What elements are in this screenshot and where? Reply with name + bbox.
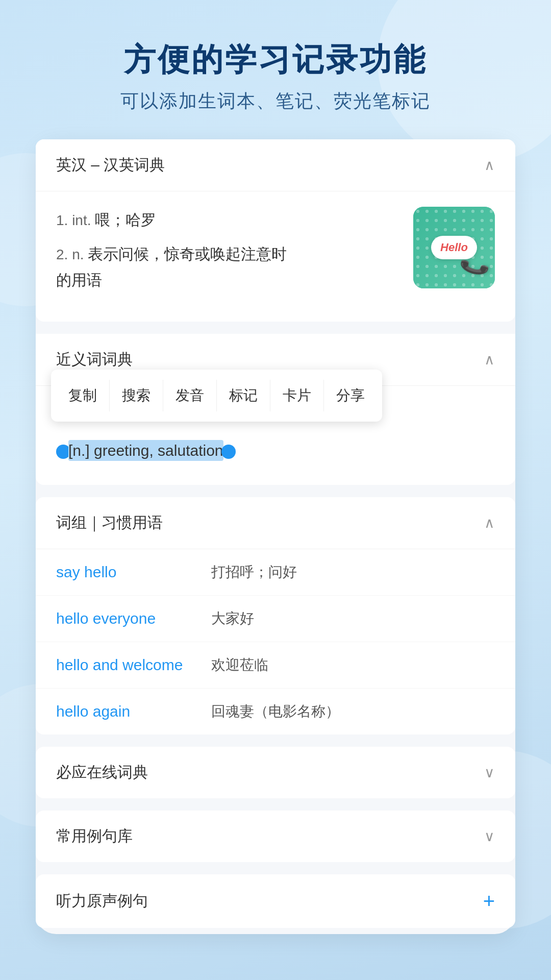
english-chinese-chevron-icon: ∧	[484, 157, 495, 174]
context-menu-search[interactable]: 搜索	[110, 380, 163, 411]
english-chinese-section-header[interactable]: 英汉 – 汉英词典 ∧	[36, 139, 515, 191]
synonym-section-title: 近义词词典	[56, 349, 133, 370]
synonym-highlighted[interactable]: [n.] greeting, salutation	[68, 440, 223, 461]
divider-1	[36, 328, 515, 334]
biying-section-title: 必应在线词典	[56, 762, 148, 783]
phrase-item-2[interactable]: hello everyone 大家好	[36, 596, 515, 642]
def-number-2: 2. n.	[56, 247, 88, 262]
phrase-en-1: say hello	[56, 564, 199, 581]
example-sentences-title: 常用例句库	[56, 826, 133, 847]
synonym-dict-section: 近义词词典 ∧ 复制 搜索 发音 标记 卡片 分享 [n.] greeting,…	[36, 334, 515, 485]
phrase-cn-1: 打招呼；问好	[211, 562, 297, 582]
phrase-item-1[interactable]: say hello 打招呼；问好	[36, 549, 515, 596]
example-sentences-header[interactable]: 常用例句库 ∨	[36, 811, 515, 862]
divider-4	[36, 804, 515, 811]
header-section: 方便的学习记录功能 可以添加生词本、笔记、荧光笔标记	[90, 41, 461, 114]
phrase-en-3: hello and welcome	[56, 656, 199, 674]
dict-def-2: 2. n. 表示问候，惊奇或唤起注意时的用语	[56, 241, 398, 293]
phrase-en-4: hello again	[56, 703, 199, 720]
phrase-item-4[interactable]: hello again 回魂妻（电影名称）	[36, 689, 515, 734]
phrase-en-2: hello everyone	[56, 610, 199, 627]
content-wrapper: 方便的学习记录功能 可以添加生词本、笔记、荧光笔标记 英汉 – 汉英词典 ∧ 1…	[0, 0, 551, 965]
context-menu: 复制 搜索 发音 标记 卡片 分享	[51, 370, 382, 422]
header-title: 方便的学习记录功能	[120, 41, 431, 79]
audio-examples-section: 听力原声例句 +	[36, 874, 515, 928]
text-cursor-right	[221, 445, 236, 459]
audio-examples-header[interactable]: 听力原声例句 +	[36, 874, 515, 928]
context-menu-share[interactable]: 分享	[324, 380, 377, 411]
context-menu-pronounce[interactable]: 发音	[163, 380, 217, 411]
phrase-cn-3: 欢迎莅临	[211, 655, 268, 675]
phrase-item-3[interactable]: hello and welcome 欢迎莅临	[36, 642, 515, 689]
biying-chevron-icon: ∨	[484, 764, 495, 781]
english-chinese-section-title: 英汉 – 汉英词典	[56, 155, 165, 176]
divider-5	[36, 868, 515, 874]
biying-dict-section: 必应在线词典 ∨	[36, 747, 515, 798]
header-subtitle: 可以添加生词本、笔记、荧光笔标记	[120, 89, 431, 114]
english-chinese-dict-section: 英汉 – 汉英词典 ∧ 1. int. 喂；哈罗 2. n. 表示问候，惊奇或唤…	[36, 139, 515, 322]
synonym-chevron-icon: ∧	[484, 351, 495, 368]
phrase-cn-4: 回魂妻（电影名称）	[211, 702, 340, 721]
def-number-1: 1. int.	[56, 212, 95, 228]
context-menu-copy[interactable]: 复制	[56, 380, 110, 411]
synonym-text: [n.] greeting, salutation	[56, 437, 495, 464]
divider-2	[36, 491, 515, 497]
hello-image: Hello 📞	[413, 207, 495, 288]
example-sentences-section: 常用例句库 ∨	[36, 811, 515, 862]
hello-image-inner: Hello 📞	[413, 207, 495, 288]
phrases-section-header[interactable]: 词组｜习惯用语 ∧	[36, 497, 515, 549]
dict-def-1: 1. int. 喂；哈罗	[56, 207, 398, 233]
phrases-section: 词组｜习惯用语 ∧ say hello 打招呼；问好 hello everyon…	[36, 497, 515, 734]
main-card: 英汉 – 汉英词典 ∧ 1. int. 喂；哈罗 2. n. 表示问候，惊奇或唤…	[36, 139, 515, 934]
hello-bubble: Hello	[431, 236, 477, 259]
example-sentences-chevron-icon: ∨	[484, 828, 495, 845]
audio-examples-title: 听力原声例句	[56, 891, 148, 912]
context-menu-mark[interactable]: 标记	[217, 380, 270, 411]
divider-3	[36, 741, 515, 747]
phrase-cn-2: 大家好	[211, 609, 254, 628]
context-menu-card[interactable]: 卡片	[270, 380, 324, 411]
plus-icon[interactable]: +	[483, 890, 495, 913]
dict-definitions: 1. int. 喂；哈罗 2. n. 表示问候，惊奇或唤起注意时的用语	[56, 207, 398, 301]
biying-section-header[interactable]: 必应在线词典 ∨	[36, 747, 515, 798]
phrases-section-title: 词组｜习惯用语	[56, 512, 163, 533]
dict-content: 1. int. 喂；哈罗 2. n. 表示问候，惊奇或唤起注意时的用语 Hell…	[36, 191, 515, 322]
phrases-chevron-icon: ∧	[484, 514, 495, 531]
